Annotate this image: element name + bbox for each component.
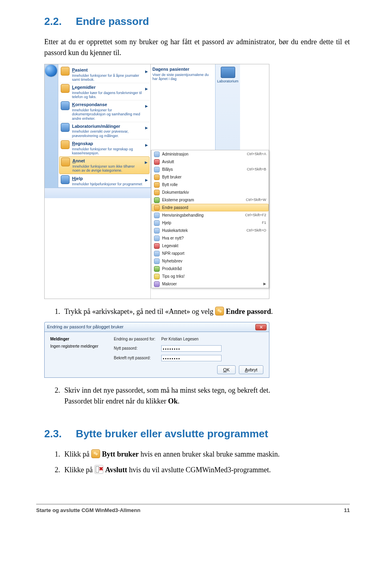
submenu-icon xyxy=(154,205,160,211)
cancel-button[interactable]: Avbryt xyxy=(239,365,263,375)
menu-item-pasient[interactable]: PasientInneholder funksjoner for å åpne … xyxy=(59,66,150,83)
submenu-label: Bytt rolle xyxy=(162,182,178,188)
step2-line2b: Ok xyxy=(168,397,178,405)
submenu-icon xyxy=(154,152,160,157)
menu-item-icon xyxy=(61,175,70,184)
step-2: Skriv inn det nye passordet, som må ha m… xyxy=(62,385,350,407)
footer-page-number: 11 xyxy=(344,506,350,514)
submenu-icon xyxy=(154,258,160,264)
submenu-icon xyxy=(154,251,160,256)
submenu-shortcut: Ctrl+Skift+F2 xyxy=(245,213,266,218)
bytt-bruker-icon xyxy=(91,449,100,458)
submenu-item-henvisningsbehandling[interactable]: HenvisningsbehandlingCtrl+Skift+F2 xyxy=(152,211,269,219)
submenu-item-bytt-bruker[interactable]: Bytt bruker xyxy=(152,173,269,181)
submenu-label: Huskekartotek xyxy=(162,227,188,234)
submenu-shortcut: Ctrl+Skift+O xyxy=(246,228,266,234)
step2-line2a: Passordet blir endret når du klikker xyxy=(64,397,168,405)
step-1: Trykk på «arkivskapet», gå ned til «Anne… xyxy=(62,306,350,317)
new-password-input[interactable]: •••••••• xyxy=(161,345,222,352)
submenu-item-avslutt[interactable]: Avslutt xyxy=(152,158,269,166)
step1-prefix: Trykk på «arkivskapet», gå ned til «Anne… xyxy=(64,307,215,316)
lab-label: Laboratorium xyxy=(216,79,240,84)
step-4: Klikke på Avslutt hvis du vil avslutte C… xyxy=(62,465,350,475)
submenu-label: Hjelp xyxy=(162,220,171,226)
start-orb-icon[interactable] xyxy=(45,65,57,77)
menu-item-regnskap[interactable]: RegnskapInneholder funksjoner for regnsk… xyxy=(59,139,150,156)
submenu-icon xyxy=(154,174,160,180)
menu-item-desc: Inneholder funksjoner for dokumentproduk… xyxy=(72,108,143,121)
submenu-icon xyxy=(154,159,160,165)
submenu-icon xyxy=(154,236,160,241)
submenu-item-produktr-d[interactable]: Produktråd xyxy=(152,265,269,272)
menu-item-icon xyxy=(61,158,70,166)
orb-column xyxy=(45,64,58,188)
menu-item-laboratorium-m-linger[interactable]: Laboratorium/målingerInneholder oversikt… xyxy=(59,122,150,139)
submenu-item-nyhetsbrev[interactable]: Nyhetsbrev xyxy=(152,257,269,265)
submenu-item-huskekartotek[interactable]: HuskekartotekCtrl+Skift+O xyxy=(152,227,269,234)
submenu-label: Makroer xyxy=(162,281,177,287)
submenu-item-dokumentarkiv[interactable]: Dokumentarkiv xyxy=(152,188,269,196)
confirm-password-input[interactable]: •••••••• xyxy=(161,355,222,361)
submenu-label: Nyhetsbrev xyxy=(162,258,183,264)
step3-pre: Klikk på xyxy=(64,450,91,458)
submenu-item-makroer[interactable]: Makroer▶ xyxy=(152,280,269,288)
submenu-item-npr-rapport[interactable]: NPR rapport xyxy=(152,250,269,257)
menu-item-korrespondanse[interactable]: KorrespondanseInneholder funksjoner for … xyxy=(59,100,150,122)
dialog-title: Endring av passord for pålogget bruker xyxy=(47,324,123,330)
menu-screenshot: PasientInneholder funksjoner for å åpne … xyxy=(44,64,269,299)
menu-item-title: Laboratorium/målinger xyxy=(72,123,143,130)
submenu-item-hjelp[interactable]: HjelpF1 xyxy=(152,219,269,227)
section-number: 2.2. xyxy=(44,15,62,27)
menu-item-desc: Inneholder funksjoner for å åpne journal… xyxy=(72,74,143,82)
step-3: Klikk på Bytt bruker hvis en annen bruke… xyxy=(62,449,350,460)
section-title-23: Bytte bruker eller avslutte programmet xyxy=(76,428,268,440)
menu-item-legemidler[interactable]: LegemidlerInneholder køer for dagens for… xyxy=(59,83,150,100)
submenu-label: Dokumentarkiv xyxy=(162,189,189,195)
submenu: AdministrasjonCtrl+Skift+AAvsluttBlålysC… xyxy=(151,150,269,288)
submenu-item-endre-passord[interactable]: Endre passord xyxy=(152,204,269,211)
meldinger-box: Meldinger Ingen registrerte meldinger xyxy=(50,336,111,349)
confirm-password-label: Bekreft nytt passord: xyxy=(114,355,158,361)
ok-button[interactable]: OK xyxy=(217,365,236,375)
chevron-right-icon: ▶ xyxy=(145,101,148,121)
submenu-item-administrasjon[interactable]: AdministrasjonCtrl+Skift+A xyxy=(152,150,269,158)
endre-passord-icon xyxy=(215,307,224,316)
chevron-right-icon: ▶ xyxy=(145,123,148,138)
menu-item-icon xyxy=(61,101,70,110)
menu-item-desc: Inneholder køer for dagens forskrivninge… xyxy=(72,91,143,99)
submenu-label: Produktråd xyxy=(162,266,182,272)
lab-icon xyxy=(221,67,235,78)
dialog-titlebar: Endring av passord for pålogget bruker ✕ xyxy=(44,322,269,332)
menu-item-title: Korrespondanse xyxy=(72,101,143,108)
chevron-right-icon: ▶ xyxy=(145,67,148,82)
submenu-label: Bytt bruker xyxy=(162,174,181,180)
lower-left-blank xyxy=(45,198,151,299)
section-heading-23: 2.3. Bytte bruker eller avslutte program… xyxy=(44,426,350,442)
submenu-icon xyxy=(154,281,160,287)
for-label: Endring av passord for: xyxy=(114,336,158,342)
chevron-right-icon: ▶ xyxy=(145,84,148,99)
submenu-item-hva-er-nytt-[interactable]: Hva er nytt? xyxy=(152,234,269,242)
submenu-item-eksterne-program[interactable]: Eksterne programCtrl+Skift+W xyxy=(152,196,269,204)
menu-item-desc: Inneholder hjelpefunksjoner for programm… xyxy=(72,182,143,186)
close-icon[interactable]: ✕ xyxy=(255,324,267,330)
submenu-icon xyxy=(154,228,160,234)
submenu-item-bytt-rolle[interactable]: Bytt rolle xyxy=(152,181,269,188)
avslutt-icon xyxy=(94,465,103,474)
submenu-label: Avslutt xyxy=(162,159,174,165)
footer-left: Starte og avslutte CGM WinMed3-Allmenn xyxy=(36,506,140,514)
menu-item-hjelp[interactable]: HjelpInneholder hjelpefunksjoner for pro… xyxy=(59,174,150,187)
submenu-label: Eksterne program xyxy=(162,197,194,203)
menu-item-annet[interactable]: AnnetInneholder funksjoner som ikke tilh… xyxy=(59,156,150,174)
main-menu: PasientInneholder funksjoner for å åpne … xyxy=(58,64,151,187)
submenu-icon xyxy=(154,182,160,188)
submenu-item-tips-og-triks-[interactable]: Tips og triks! xyxy=(152,272,269,280)
chevron-right-icon: ▶ xyxy=(145,140,148,155)
submenu-item-bl-lys[interactable]: BlålysCtrl+Skift+B xyxy=(152,166,269,173)
right-panel-desc: Viser de siste pasientjournalene du har … xyxy=(152,73,214,81)
submenu-icon xyxy=(154,190,160,195)
submenu-icon xyxy=(154,213,160,218)
new-password-label: Nytt passord: xyxy=(114,345,158,351)
submenu-icon xyxy=(154,266,160,272)
submenu-item-legevakt[interactable]: Legevakt xyxy=(152,242,269,250)
